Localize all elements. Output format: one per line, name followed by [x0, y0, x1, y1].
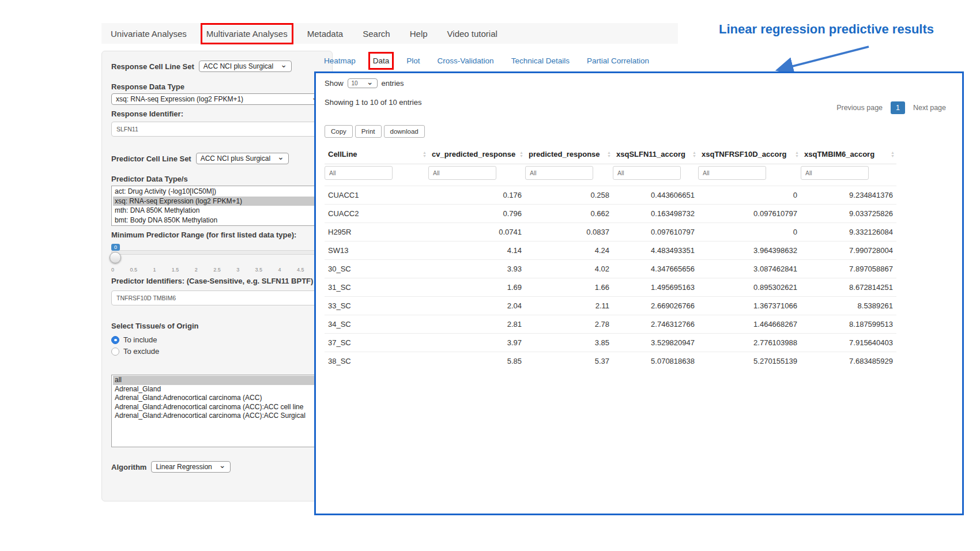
filter-cell [801, 164, 896, 186]
cv-predicted-response-cell: 4.14 [428, 241, 525, 260]
table-row[interactable]: 34_SC 2.81 2.78 2.746312766 1.464668267 … [325, 315, 896, 334]
filter-row [325, 164, 896, 186]
export-buttons: Copy Print download [325, 125, 953, 138]
sort-icon[interactable]: ▲▼ [692, 151, 696, 158]
xsqtmbim6-accorg-cell: 7.897058867 [801, 260, 896, 278]
column-header[interactable]: xsqSLFN11_accorg ▲▼ [613, 145, 698, 164]
algorithm-select[interactable]: Linear Regression ⌄ [151, 461, 230, 473]
column-filter-input[interactable] [428, 166, 496, 180]
slider-handle[interactable] [110, 252, 121, 263]
min-predictor-range-label: Minimum Predictor Range (for first liste… [111, 231, 323, 239]
cellline-cell: 30_SC [325, 260, 428, 278]
xsqtnfrsf10d-accorg-cell: 0 [698, 186, 801, 205]
table-row[interactable]: 31_SC 1.69 1.66 1.495695163 0.895302621 … [325, 278, 896, 297]
tab[interactable]: Data [373, 56, 390, 65]
listbox-option[interactable]: Adrenal_Gland [113, 385, 321, 394]
predictor-data-types-listbox[interactable]: act: Drug Activity (-log10[IC50M]) xsq: … [111, 186, 323, 226]
tissue-origin-label: Select Tissue/s of Origin [111, 322, 323, 330]
tissue-listbox[interactable]: all Adrenal_Gland Adrenal_Gland:Adrenoco… [111, 375, 323, 447]
response-identifier-input[interactable] [111, 122, 323, 137]
predicted-response-cell: 1.66 [525, 278, 613, 297]
table-row[interactable]: 37_SC 3.97 3.85 3.529820947 2.776103988 … [325, 334, 896, 352]
tissue-origin-radio-group: To include To exclude [111, 335, 323, 356]
column-header[interactable]: xsqTNFRSF10D_accorg ▲▼ [698, 145, 801, 164]
table-row[interactable]: CUACC2 0.796 0.662 0.163498732 0.0976107… [325, 205, 896, 223]
top-navbar: Univariate Analyses Multivariate Analyse… [101, 23, 678, 44]
export-button[interactable]: download [384, 125, 425, 138]
next-page-button[interactable]: Next page [909, 101, 951, 115]
cellline-cell: 31_SC [325, 278, 428, 297]
export-button[interactable]: Copy [325, 125, 353, 138]
cellline-cell: 37_SC [325, 334, 428, 352]
response-data-type-select[interactable]: xsq: RNA-seq Expression (log2 FPKM+1) ⌄ [111, 93, 323, 105]
select-value: ACC NCI plus Surgical [201, 154, 270, 163]
slider-tick-label: 0 [111, 267, 114, 273]
xsqtnfrsf10d-accorg-cell: 0 [698, 223, 801, 241]
tab[interactable]: Plot [406, 56, 420, 65]
listbox-option[interactable]: mth: DNA 850K Methylation [113, 206, 321, 216]
tab[interactable]: Technical Details [511, 56, 570, 65]
column-filter-input[interactable] [525, 166, 593, 180]
tab[interactable]: Cross-Validation [438, 56, 494, 65]
listbox-option[interactable]: bmt: Body DNA 850K Methylation [113, 216, 321, 225]
slider-tick-labels: 00.511.522.533.544.55 [111, 267, 323, 273]
table-row[interactable]: 38_SC 5.85 5.37 5.070818638 5.270155139 … [325, 352, 896, 371]
nav-item[interactable]: Metadata [307, 29, 344, 39]
sort-icon[interactable]: ▲▼ [891, 151, 895, 158]
column-header[interactable]: cv_predicted_response ▲▼ [428, 145, 525, 164]
xsqtnfrsf10d-accorg-cell: 3.087462841 [698, 260, 801, 278]
table-row[interactable]: CUACC1 0.176 0.258 0.443606651 0 9.23484… [325, 186, 896, 205]
listbox-option[interactable]: Adrenal_Gland:Adrenocortical carcinoma (… [113, 403, 321, 412]
table-row[interactable]: H295R 0.0741 0.0837 0.097610797 0 9.3321… [325, 223, 896, 241]
column-filter-input[interactable] [325, 166, 393, 180]
predictor-cell-line-set-select[interactable]: ACC NCI plus Surgical ⌄ [196, 153, 289, 164]
response-cell-line-set-select[interactable]: ACC NCI plus Surgical ⌄ [199, 61, 292, 72]
sort-icon[interactable]: ▲▼ [607, 151, 611, 158]
cv-predicted-response-cell: 0.796 [428, 205, 525, 223]
chevron-down-icon: ⌄ [280, 62, 287, 67]
xsqtnfrsf10d-accorg-cell: 0.097610797 [698, 205, 801, 223]
nav-item[interactable]: Help [410, 29, 428, 39]
xsqtmbim6-accorg-cell: 7.990728004 [801, 241, 896, 260]
header-row: CellLine ▲▼ cv_predicted_response ▲▼ [325, 145, 896, 164]
chevron-down-icon: ⌄ [277, 154, 284, 159]
listbox-option[interactable]: xsq: RNA-seq Expression (log2 FPKM+1) [113, 197, 321, 206]
column-header[interactable]: xsqTMBIM6_accorg ▲▼ [801, 145, 896, 164]
nav-item[interactable]: Video tutorial [447, 29, 497, 39]
page-number-button[interactable]: 1 [891, 101, 905, 114]
nav-item[interactable]: Search [363, 29, 390, 39]
previous-page-button[interactable]: Previous page [832, 101, 887, 115]
page-length-select[interactable]: 10 ⌄ [348, 78, 378, 88]
listbox-option[interactable]: Adrenal_Gland:Adrenocortical carcinoma (… [113, 412, 321, 421]
table-row[interactable]: 30_SC 3.93 4.02 4.347665656 3.087462841 … [325, 260, 896, 278]
tab[interactable]: Partial Correlation [587, 56, 649, 65]
column-filter-input[interactable] [613, 166, 681, 180]
predicted-response-cell: 2.11 [525, 297, 613, 315]
predicted-response-cell: 0.662 [525, 205, 613, 223]
slider-track[interactable] [111, 250, 323, 255]
listbox-option[interactable]: Adrenal_Gland:Adrenocortical carcinoma (… [113, 394, 321, 403]
tissue-origin-radio[interactable]: To exclude [111, 347, 323, 356]
listbox-option[interactable]: all [113, 376, 321, 385]
sort-icon[interactable]: ▲▼ [519, 151, 523, 158]
export-button[interactable]: Print [355, 125, 382, 138]
min-predictor-range-slider[interactable]: 0 5 00.511.522.533.544.55 [111, 244, 323, 276]
tissue-origin-radio[interactable]: To include [111, 335, 323, 344]
predictor-identifiers-input[interactable] [111, 290, 323, 305]
predicted-response-cell: 0.0837 [525, 223, 613, 241]
tab[interactable]: Heatmap [324, 56, 356, 65]
sort-icon[interactable]: ▲▼ [795, 151, 799, 158]
column-filter-input[interactable] [801, 166, 869, 180]
filter-cell [325, 164, 428, 186]
sort-icon[interactable]: ▲▼ [423, 151, 427, 158]
column-header[interactable]: CellLine ▲▼ [325, 145, 428, 164]
column-header[interactable]: predicted_response ▲▼ [525, 145, 613, 164]
xsqtnfrsf10d-accorg-cell: 1.367371066 [698, 297, 801, 315]
nav-item[interactable]: Univariate Analyses [111, 29, 187, 39]
nav-item[interactable]: Multivariate Analyses [206, 29, 288, 39]
table-row[interactable]: 33_SC 2.04 2.11 2.669026766 1.367371066 … [325, 297, 896, 315]
xsqslfn11-accorg-cell: 2.746312766 [613, 315, 698, 334]
listbox-option[interactable]: act: Drug Activity (-log10[IC50M]) [113, 187, 321, 197]
table-row[interactable]: SW13 4.14 4.24 4.483493351 3.964398632 7… [325, 241, 896, 260]
column-filter-input[interactable] [698, 166, 766, 180]
